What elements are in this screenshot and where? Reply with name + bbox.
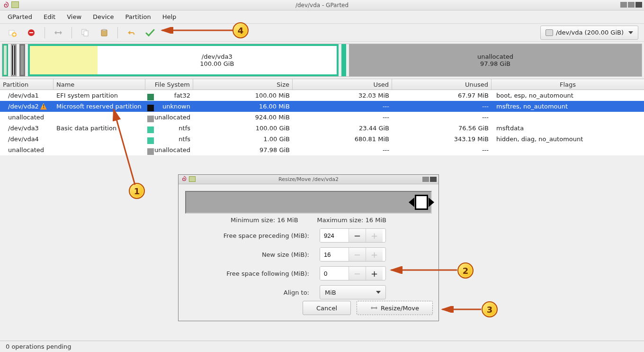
paste-button[interactable] (96, 26, 113, 39)
align-combo[interactable]: MiB (320, 285, 386, 299)
menu-view[interactable]: View (62, 11, 86, 22)
graphic-vda3[interactable]: /dev/vda3 100.00 GiB (28, 44, 339, 76)
graphic-vda3-free: /dev/vda3 100.00 GiB (98, 46, 337, 74)
resize-handle[interactable] (415, 195, 428, 210)
menu-device[interactable]: Device (88, 11, 118, 22)
minimize-button[interactable] (620, 2, 627, 8)
warning-icon (40, 103, 47, 110)
debian-swirl-icon (2, 1, 9, 9)
cell-unused: --- (392, 146, 492, 153)
spin-newsize[interactable]: − + (320, 247, 386, 262)
col-size[interactable]: Size (193, 79, 293, 90)
table-row[interactable]: unallocated unallocated 924.00 MiB --- -… (0, 112, 644, 123)
cell-used: 32.03 MiB (293, 92, 392, 99)
annotation-badge-1: 1 (129, 183, 145, 199)
menu-gparted[interactable]: GParted (3, 11, 37, 22)
annotation-badge-2: 2 (457, 262, 474, 279)
cell-size: 924.00 MiB (193, 114, 293, 121)
following-plus-button[interactable]: + (366, 267, 383, 280)
annotation-arrow-3 (439, 306, 483, 313)
col-used[interactable]: Used (293, 79, 392, 90)
graphic-unallocated[interactable]: unallocated 97.98 GiB (349, 44, 642, 76)
fs-swatch-icon (147, 105, 154, 111)
cancel-button[interactable]: Cancel (303, 301, 351, 315)
table-row[interactable]: /dev/vda4 ntfs 1.00 GiB 680.81 MiB 343.1… (0, 134, 644, 144)
resize-slider[interactable] (185, 191, 432, 214)
menu-help[interactable]: Help (158, 11, 181, 22)
cell-size: 100.00 GiB (193, 125, 293, 132)
chevron-down-icon (376, 291, 381, 294)
table-row[interactable]: /dev/vda1 EFI system partition fat32 100… (0, 90, 644, 101)
table-row[interactable]: unallocated unallocated 97.98 GiB --- --… (0, 144, 644, 155)
cell-partition: unallocated (0, 114, 54, 121)
undo-button[interactable] (123, 26, 140, 39)
dialog-close-button[interactable] (430, 177, 437, 182)
svg-rect-7 (103, 29, 106, 31)
device-selector[interactable]: /dev/vda (200.00 GiB) (540, 26, 638, 40)
cell-partition: /dev/vda1 (0, 92, 54, 99)
align-value: MiB (325, 289, 336, 296)
resize-dialog: Resize/Move /dev/vda2 Minimum size: 16 M… (178, 174, 439, 321)
graphic-vda1[interactable] (2, 44, 8, 76)
graphic-vda2[interactable] (11, 44, 17, 76)
menu-partition[interactable]: Partition (121, 11, 156, 22)
col-partition[interactable]: Partition (0, 79, 54, 90)
graphic-vda4-tiny[interactable] (19, 44, 25, 76)
graphic-gap (341, 44, 346, 76)
cell-used: 680.81 MiB (293, 135, 392, 143)
menu-edit[interactable]: Edit (39, 11, 60, 22)
preceding-minus-button[interactable]: − (349, 229, 366, 242)
spin-following[interactable]: − + (320, 266, 386, 280)
toolbar: /dev/vda (200.00 GiB) (0, 24, 644, 42)
newsize-minus-button[interactable]: − (349, 248, 366, 261)
disk-icon (546, 29, 553, 36)
svg-rect-5 (84, 31, 88, 36)
col-flags[interactable]: Flags (492, 79, 644, 90)
close-button[interactable] (635, 2, 642, 8)
cell-name: EFI system partition (54, 92, 145, 99)
cell-fs: unknown (145, 103, 193, 110)
label-newsize: New size (MiB): (185, 251, 318, 258)
col-unused[interactable]: Unused (392, 79, 492, 90)
cell-flags: msftdata (492, 125, 644, 132)
input-newsize[interactable] (320, 248, 349, 261)
cell-partition: /dev/vda4 (0, 135, 54, 143)
cell-partition: /dev/vda2 (0, 103, 54, 110)
table-row[interactable]: /dev/vda3 Basic data partition ntfs 100.… (0, 123, 644, 134)
apply-button[interactable] (142, 26, 159, 39)
graphic-unalloc-size: 97.98 GiB (480, 60, 510, 67)
window-buttons (620, 2, 642, 8)
copy-button[interactable] (77, 26, 94, 39)
gparted-app-icon (11, 1, 19, 8)
cell-name: Basic data partition (54, 125, 145, 132)
size-limits: Minimum size: 16 MiB Maximum size: 16 Mi… (179, 217, 438, 224)
status-bar: 0 operations pending (0, 341, 644, 352)
newsize-plus-button[interactable]: + (366, 248, 383, 261)
fs-swatch-icon (147, 116, 154, 122)
following-minus-button[interactable]: − (349, 267, 366, 280)
input-preceding[interactable] (320, 229, 349, 242)
cell-used: --- (293, 103, 392, 110)
spin-preceding[interactable]: − + (320, 228, 386, 243)
new-partition-button[interactable] (4, 26, 21, 39)
graphic-main-size: 100.00 GiB (200, 60, 234, 67)
cell-fs: ntfs (145, 135, 193, 143)
resize-move-button[interactable]: Resize/Move (357, 301, 433, 315)
cell-flags: hidden, diag, no_automount (492, 135, 644, 143)
preceding-plus-button[interactable]: + (366, 229, 383, 242)
resize-move-button[interactable] (50, 26, 67, 39)
label-preceding: Free space preceding (MiB): (185, 232, 318, 239)
debian-swirl-icon (180, 176, 187, 182)
cell-flags: msftres, no_automount (492, 103, 644, 110)
col-name[interactable]: Name (54, 79, 145, 90)
fs-swatch-icon (147, 126, 154, 133)
resize-label: Resize/Move (381, 305, 419, 312)
delete-partition-button[interactable] (23, 26, 40, 39)
input-following[interactable] (320, 267, 349, 280)
table-row[interactable]: /dev/vda2 Microsoft reserved partition u… (0, 101, 644, 112)
dialog-max-button[interactable] (422, 177, 429, 182)
graphic-main-label: /dev/vda3 (202, 53, 233, 60)
maximize-button[interactable] (628, 2, 635, 8)
cell-fs: unallocated (145, 114, 193, 121)
col-fs[interactable]: File System (145, 79, 193, 90)
